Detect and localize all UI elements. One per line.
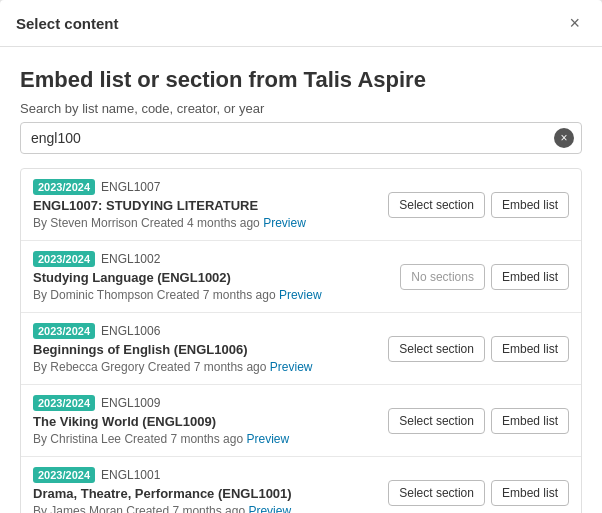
clear-search-button[interactable]: × xyxy=(554,128,574,148)
preview-link-0[interactable]: Preview xyxy=(263,216,306,230)
select-section-button-0[interactable]: Select section xyxy=(388,192,485,218)
embed-heading: Embed list or section from Talis Aspire xyxy=(20,67,582,93)
result-item: 2023/2024 ENGL1001 Drama, Theatre, Perfo… xyxy=(21,457,581,513)
select-section-button-1: No sections xyxy=(400,264,485,290)
year-badge-1: 2023/2024 xyxy=(33,251,95,267)
search-row: × xyxy=(20,122,582,154)
course-code-0: ENGL1007 xyxy=(101,180,160,194)
course-code-4: ENGL1001 xyxy=(101,468,160,482)
result-left-0: 2023/2024 ENGL1007 ENGL1007: STUDYING LI… xyxy=(33,179,378,230)
result-actions-3: Select section Embed list xyxy=(388,408,569,434)
result-meta-1: 2023/2024 ENGL1002 xyxy=(33,251,390,267)
result-title-2: Beginnings of English (ENGL1006) xyxy=(33,342,378,357)
year-badge-3: 2023/2024 xyxy=(33,395,95,411)
course-code-2: ENGL1006 xyxy=(101,324,160,338)
embed-list-button-4[interactable]: Embed list xyxy=(491,480,569,506)
close-button[interactable]: × xyxy=(563,12,586,34)
result-title-1: Studying Language (ENGL1002) xyxy=(33,270,390,285)
result-item: 2023/2024 ENGL1007 ENGL1007: STUDYING LI… xyxy=(21,169,581,241)
result-left-2: 2023/2024 ENGL1006 Beginnings of English… xyxy=(33,323,378,374)
result-sub-4: By James Moran Created 7 months ago Prev… xyxy=(33,504,378,513)
course-code-3: ENGL1009 xyxy=(101,396,160,410)
result-title-4: Drama, Theatre, Performance (ENGL1001) xyxy=(33,486,378,501)
preview-link-3[interactable]: Preview xyxy=(246,432,289,446)
result-actions-0: Select section Embed list xyxy=(388,192,569,218)
result-sub-3: By Christina Lee Created 7 months ago Pr… xyxy=(33,432,378,446)
embed-list-button-1[interactable]: Embed list xyxy=(491,264,569,290)
result-meta-2: 2023/2024 ENGL1006 xyxy=(33,323,378,339)
result-item: 2023/2024 ENGL1009 The Viking World (ENG… xyxy=(21,385,581,457)
result-meta-4: 2023/2024 ENGL1001 xyxy=(33,467,378,483)
search-input[interactable] xyxy=(20,122,582,154)
modal-body: Embed list or section from Talis Aspire … xyxy=(0,47,602,513)
search-label: Search by list name, code, creator, or y… xyxy=(20,101,582,116)
result-left-3: 2023/2024 ENGL1009 The Viking World (ENG… xyxy=(33,395,378,446)
result-sub-1: By Dominic Thompson Created 7 months ago… xyxy=(33,288,390,302)
select-section-button-2[interactable]: Select section xyxy=(388,336,485,362)
result-title-0: ENGL1007: STUDYING LITERATURE xyxy=(33,198,378,213)
modal: Select content × Embed list or section f… xyxy=(0,0,602,513)
result-title-3: The Viking World (ENGL1009) xyxy=(33,414,378,429)
year-badge-4: 2023/2024 xyxy=(33,467,95,483)
preview-link-1[interactable]: Preview xyxy=(279,288,322,302)
select-section-button-4[interactable]: Select section xyxy=(388,480,485,506)
year-badge-2: 2023/2024 xyxy=(33,323,95,339)
result-sub-0: By Steven Morrison Created 4 months ago … xyxy=(33,216,378,230)
embed-list-button-3[interactable]: Embed list xyxy=(491,408,569,434)
modal-header: Select content × xyxy=(0,0,602,47)
year-badge-0: 2023/2024 xyxy=(33,179,95,195)
embed-list-button-0[interactable]: Embed list xyxy=(491,192,569,218)
result-actions-2: Select section Embed list xyxy=(388,336,569,362)
preview-link-4[interactable]: Preview xyxy=(248,504,291,513)
result-left-4: 2023/2024 ENGL1001 Drama, Theatre, Perfo… xyxy=(33,467,378,513)
modal-title: Select content xyxy=(16,15,119,32)
preview-link-2[interactable]: Preview xyxy=(270,360,313,374)
embed-list-button-2[interactable]: Embed list xyxy=(491,336,569,362)
result-meta-3: 2023/2024 ENGL1009 xyxy=(33,395,378,411)
result-actions-4: Select section Embed list xyxy=(388,480,569,506)
result-item: 2023/2024 ENGL1002 Studying Language (EN… xyxy=(21,241,581,313)
results-list: 2023/2024 ENGL1007 ENGL1007: STUDYING LI… xyxy=(20,168,582,513)
result-item: 2023/2024 ENGL1006 Beginnings of English… xyxy=(21,313,581,385)
result-actions-1: No sections Embed list xyxy=(400,264,569,290)
result-meta-0: 2023/2024 ENGL1007 xyxy=(33,179,378,195)
result-left-1: 2023/2024 ENGL1002 Studying Language (EN… xyxy=(33,251,390,302)
result-sub-2: By Rebecca Gregory Created 7 months ago … xyxy=(33,360,378,374)
course-code-1: ENGL1002 xyxy=(101,252,160,266)
select-section-button-3[interactable]: Select section xyxy=(388,408,485,434)
